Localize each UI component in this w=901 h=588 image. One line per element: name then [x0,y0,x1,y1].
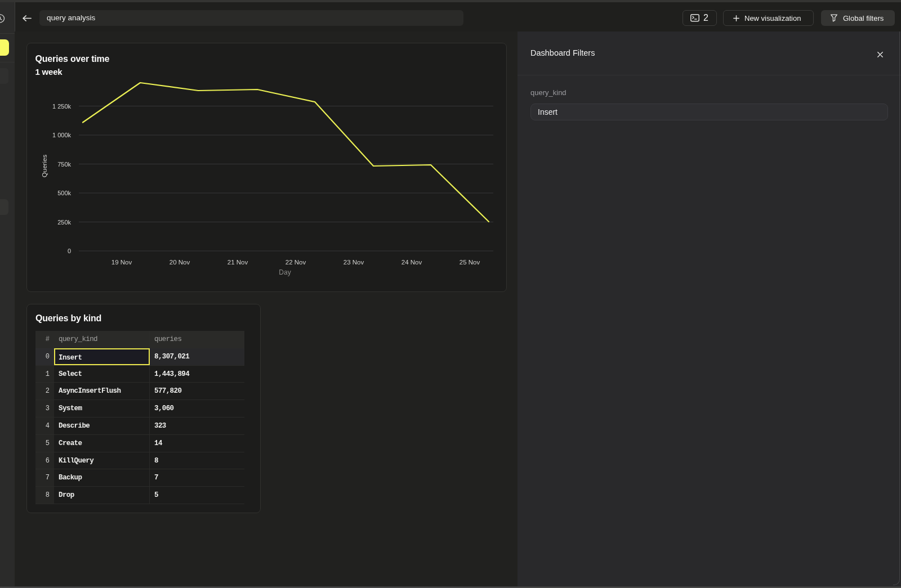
svg-text:Queries: Queries [41,155,48,178]
svg-text:19 Nov: 19 Nov [111,259,132,266]
svg-text:0: 0 [68,248,71,254]
svg-text:23 Nov: 23 Nov [344,259,364,266]
svg-text:20 Nov: 20 Nov [170,259,190,266]
svg-text:22 Nov: 22 Nov [286,259,306,266]
svg-text:25 Nov: 25 Nov [460,259,480,266]
svg-text:750k: 750k [57,161,71,168]
svg-text:Day: Day [279,268,291,276]
svg-text:1 000k: 1 000k [52,132,72,138]
svg-text:1 250k: 1 250k [52,103,72,110]
svg-text:250k: 250k [57,219,71,226]
svg-text:21 Nov: 21 Nov [228,259,248,266]
svg-text:500k: 500k [57,190,71,196]
svg-text:24 Nov: 24 Nov [402,259,422,266]
